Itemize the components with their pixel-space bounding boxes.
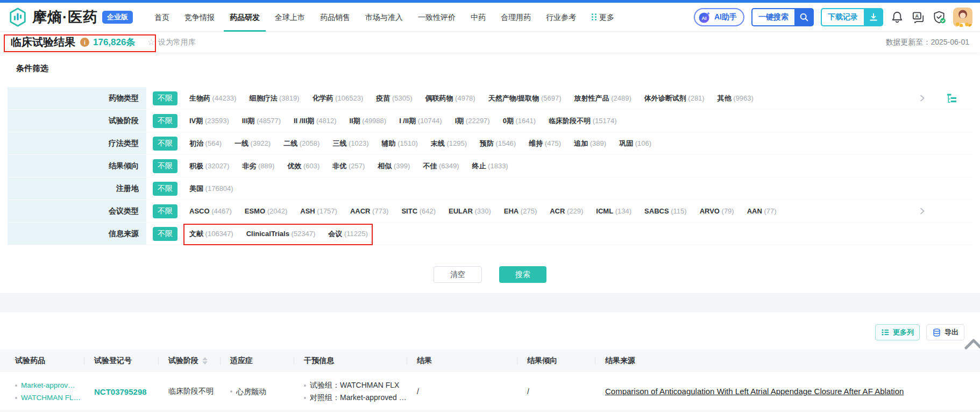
download-log-button[interactable]: 下载记录 bbox=[821, 8, 883, 26]
more-columns-button[interactable]: 更多列 bbox=[875, 324, 920, 340]
nav-item[interactable]: 合理用药 bbox=[493, 3, 538, 32]
nav-item[interactable]: 药品销售 bbox=[313, 3, 358, 32]
filter-option[interactable]: IV期 (23593) bbox=[189, 116, 229, 126]
filter-option[interactable]: SABCS (115) bbox=[644, 207, 687, 215]
nav-item[interactable]: 一致性评价 bbox=[410, 3, 463, 32]
user-avatar[interactable] bbox=[953, 8, 972, 27]
filter-option[interactable]: 文献 (106347) bbox=[189, 229, 233, 239]
cell-source: Comparison of Anticoagulation With Left … bbox=[605, 386, 980, 397]
filter-option[interactable]: 非劣 (889) bbox=[242, 161, 274, 171]
filter-option[interactable]: 一线 (3922) bbox=[235, 139, 271, 148]
filter-option[interactable]: 偶联药物 (4978) bbox=[425, 94, 475, 103]
cell-indication: 心房颤动 bbox=[230, 386, 304, 398]
dot-grid-icon bbox=[591, 13, 597, 21]
notification-bell-icon[interactable] bbox=[890, 10, 904, 24]
nav-item[interactable]: 中药 bbox=[463, 3, 493, 32]
filter-option[interactable]: 预防 (1546) bbox=[480, 139, 516, 148]
nav-item[interactable]: 更多 bbox=[584, 3, 622, 32]
filter-option[interactable]: 疫苗 (5305) bbox=[376, 94, 412, 103]
filter-option[interactable]: 相似 (399) bbox=[378, 161, 410, 171]
cell-phase: 临床阶段不明 bbox=[168, 387, 230, 396]
filter-option[interactable]: EULAR (330) bbox=[449, 207, 491, 215]
filter-any-button[interactable]: 不限 bbox=[153, 159, 177, 173]
table-row[interactable]: Market-approv… WATCHMAN FL… NCT03795298 … bbox=[0, 372, 980, 411]
drug-link[interactable]: WATCHMAN FL… bbox=[21, 391, 81, 404]
filter-option[interactable]: ASH (1757) bbox=[300, 207, 337, 215]
filter-option[interactable]: EHA (275) bbox=[504, 207, 537, 215]
filter-option[interactable]: 化学药 (106523) bbox=[313, 94, 364, 103]
filter-option[interactable]: AAN (77) bbox=[747, 207, 777, 215]
filter-option[interactable]: II期 (49988) bbox=[349, 116, 386, 126]
filter-option[interactable]: 细胞疗法 (3819) bbox=[249, 94, 299, 103]
filter-option[interactable]: ESMO (2042) bbox=[245, 207, 288, 215]
registration-no-link[interactable]: NCT03795298 bbox=[94, 387, 147, 396]
export-button[interactable]: 导出 bbox=[926, 324, 964, 340]
filter-option[interactable]: 临床阶段不明 (15174) bbox=[549, 116, 616, 126]
filter-option[interactable]: ACR (229) bbox=[550, 207, 583, 215]
sort-caret-icon[interactable] bbox=[202, 357, 208, 365]
filter-any-button[interactable]: 不限 bbox=[153, 137, 177, 151]
security-shield-icon[interactable] bbox=[932, 10, 946, 24]
filter-option[interactable]: III期 (48577) bbox=[242, 116, 281, 126]
column-header[interactable]: 试验阶段 bbox=[168, 356, 230, 366]
filter-option[interactable]: II /III期 (4812) bbox=[294, 116, 337, 126]
nav-item[interactable]: 全球上市 bbox=[267, 3, 313, 32]
filter-option[interactable]: 追加 (389) bbox=[574, 139, 606, 148]
column-header: 适应症 bbox=[230, 356, 304, 366]
search-button[interactable]: 搜索 bbox=[499, 266, 546, 283]
info-icon[interactable]: i bbox=[80, 38, 89, 47]
filter-option[interactable]: 积极 (32027) bbox=[189, 161, 229, 171]
filter-any-button[interactable]: 不限 bbox=[153, 114, 177, 128]
filter-option[interactable]: 会议 (11225) bbox=[328, 229, 367, 239]
chevron-right-icon[interactable] bbox=[918, 94, 926, 102]
filter-option[interactable]: 优效 (603) bbox=[287, 161, 319, 171]
filter-option[interactable]: ICML (134) bbox=[596, 207, 631, 215]
filter-any-button[interactable]: 不限 bbox=[153, 204, 177, 218]
options-overflow-arrow[interactable] bbox=[918, 94, 926, 104]
filter-option[interactable]: 0期 (1641) bbox=[503, 116, 536, 126]
feedback-translate-icon[interactable]: A bbox=[911, 10, 925, 24]
filter-option[interactable]: 巩固 (106) bbox=[619, 139, 651, 148]
filter-option[interactable]: 终止 (1833) bbox=[472, 161, 508, 171]
clear-button[interactable]: 清空 bbox=[434, 266, 482, 283]
nav-item[interactable]: 行业参考 bbox=[538, 3, 584, 32]
nav-item[interactable]: 首页 bbox=[147, 3, 177, 32]
quick-search-button[interactable]: 一键搜索 bbox=[751, 8, 814, 26]
chevron-right-icon[interactable] bbox=[918, 207, 926, 215]
filter-any-button[interactable]: 不限 bbox=[153, 227, 177, 241]
filter-option[interactable]: I /II期 (10744) bbox=[399, 116, 442, 126]
filter-option[interactable]: 非优 (257) bbox=[332, 161, 365, 171]
filter-option[interactable]: AACR (773) bbox=[350, 207, 389, 215]
filter-option[interactable]: 生物药 (44233) bbox=[189, 94, 236, 103]
filter-option[interactable]: ARVO (79) bbox=[700, 207, 734, 215]
filter-any-button[interactable]: 不限 bbox=[153, 182, 177, 196]
filter-any-button[interactable]: 不限 bbox=[153, 91, 177, 105]
set-favorite-button[interactable]: ☆ 设为常用库 bbox=[147, 38, 195, 47]
nav-item[interactable]: 竞争情报 bbox=[177, 3, 222, 32]
drug-link[interactable]: Market-approv… bbox=[21, 379, 75, 391]
filter-option[interactable]: 天然产物/提取物 (5697) bbox=[488, 94, 562, 103]
filter-option[interactable]: ASCO (4467) bbox=[189, 207, 232, 215]
options-overflow-arrow[interactable] bbox=[918, 207, 926, 217]
filter-option[interactable]: 不佳 (6349) bbox=[423, 161, 459, 171]
filter-option[interactable]: 辅助 (1510) bbox=[382, 139, 418, 148]
nav-item[interactable]: 药品研发 bbox=[222, 3, 267, 32]
hierarchy-icon[interactable] bbox=[946, 92, 957, 104]
filter-option[interactable]: 体外诊断试剂 (281) bbox=[644, 94, 705, 103]
filter-option[interactable]: 其他 (9963) bbox=[718, 94, 754, 103]
filter-option[interactable]: 二线 (2058) bbox=[283, 139, 319, 148]
brand-logo[interactable]: 摩熵·医药 企业版 bbox=[8, 7, 133, 27]
taxonomy-expand-icon[interactable] bbox=[946, 92, 957, 106]
filter-option[interactable]: 放射性产品 (2489) bbox=[574, 94, 631, 103]
filter-option[interactable]: 初治 (564) bbox=[189, 139, 222, 148]
filter-option[interactable]: ClinicalTrials (52347) bbox=[246, 230, 316, 238]
filter-option[interactable]: 三线 (1023) bbox=[332, 139, 368, 148]
filter-option[interactable]: 维持 (475) bbox=[529, 139, 561, 148]
ai-assistant-button[interactable]: AI AI助手 bbox=[694, 8, 744, 26]
source-article-link[interactable]: Comparison of Anticoagulation With Left … bbox=[605, 386, 977, 397]
filter-option[interactable]: I期 (22297) bbox=[455, 116, 490, 126]
filter-option[interactable]: 末线 (1295) bbox=[431, 139, 467, 148]
nav-item[interactable]: 市场与准入 bbox=[358, 3, 410, 32]
filter-option[interactable]: SITC (642) bbox=[401, 207, 436, 215]
filter-option[interactable]: 美国 (176804) bbox=[189, 184, 233, 194]
